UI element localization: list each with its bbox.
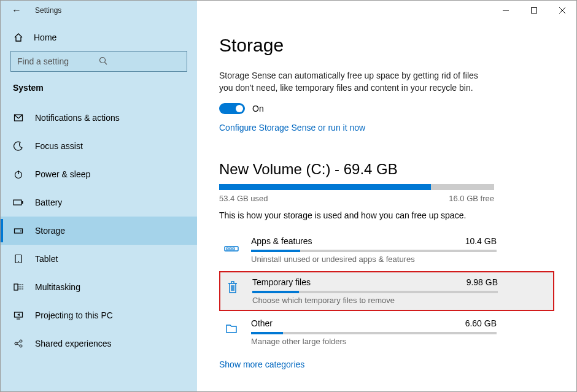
maximize-button[interactable] — [520, 1, 548, 20]
minimize-button[interactable] — [492, 1, 520, 20]
sidebar-item-projecting[interactable]: Projecting to this PC — [1, 301, 197, 329]
trash-icon — [224, 279, 241, 296]
svg-line-24 — [17, 342, 20, 343]
svg-point-4 — [100, 57, 106, 63]
category-apps-features[interactable]: Apps & features 10.4 GB Uninstall unused… — [219, 231, 554, 269]
page-title: Storage — [219, 35, 554, 56]
sidebar-item-storage[interactable]: Storage — [1, 217, 197, 245]
volume-free-label: 16.0 GB free — [449, 194, 494, 203]
sidebar-item-tablet[interactable]: Tablet — [1, 245, 197, 273]
category-bar-fill — [251, 332, 283, 334]
storage-sense-desc: Storage Sense can automatically free up … — [219, 69, 489, 94]
svg-rect-1 — [532, 8, 537, 13]
svg-rect-15 — [14, 284, 18, 290]
sidebar-item-notifications[interactable]: Notifications & actions — [1, 104, 197, 132]
svg-point-22 — [20, 340, 22, 342]
sidebar-item-power-sleep[interactable]: Power & sleep — [1, 160, 197, 188]
sidebar-home-label: Home — [34, 33, 56, 42]
svg-rect-29 — [233, 248, 234, 250]
sidebar-item-battery[interactable]: Battery — [1, 188, 197, 217]
sidebar-item-focus-assist[interactable]: Focus assist — [1, 132, 197, 160]
volume-used-label: 53.4 GB used — [219, 194, 268, 203]
category-other[interactable]: Other 6.60 GB Manage other large folders — [219, 313, 554, 351]
projecting-icon — [13, 310, 24, 320]
show-more-categories-link[interactable]: Show more categories — [219, 359, 554, 369]
volume-usage-bar — [219, 184, 494, 190]
sidebar-item-label: Shared experiences — [35, 339, 112, 348]
svg-point-12 — [20, 231, 21, 232]
sidebar-item-label: Storage — [35, 226, 65, 236]
tablet-icon — [13, 254, 24, 264]
category-size: 6.60 GB — [465, 318, 497, 328]
storage-sense-toggle[interactable] — [219, 103, 245, 114]
multitasking-icon — [13, 282, 24, 292]
sidebar-item-shared-experiences[interactable]: Shared experiences — [1, 329, 197, 358]
svg-point-21 — [15, 342, 17, 345]
moon-icon — [13, 141, 24, 151]
usage-desc: This is how your storage is used and how… — [219, 210, 554, 220]
folder-icon — [223, 320, 240, 337]
back-icon[interactable]: ← — [12, 6, 21, 15]
category-temporary-files[interactable]: Temporary files 9.98 GB Choose which tem… — [219, 271, 554, 311]
shared-icon — [13, 339, 24, 348]
category-name: Apps & features — [251, 236, 312, 246]
notifications-icon — [13, 113, 24, 123]
sidebar-item-label: Battery — [35, 198, 62, 207]
sidebar-item-multitasking[interactable]: Multitasking — [1, 273, 197, 301]
apps-icon — [223, 237, 240, 255]
titlebar: ← Settings — [1, 1, 576, 20]
sidebar-item-label: Focus assist — [35, 141, 83, 151]
sidebar-home[interactable]: Home — [1, 28, 197, 47]
category-hint: Uninstall unused or undesired apps & fea… — [251, 255, 497, 264]
sidebar-item-label: Notifications & actions — [35, 113, 120, 123]
category-size: 9.98 GB — [467, 277, 498, 287]
svg-line-5 — [105, 62, 107, 64]
svg-point-14 — [18, 261, 19, 263]
svg-rect-27 — [227, 248, 228, 250]
category-bar-fill — [251, 250, 300, 252]
app-name: Settings — [35, 6, 61, 15]
category-hint: Choose which temporary files to remove — [252, 296, 498, 305]
sidebar-section-label: System — [1, 80, 197, 104]
sidebar-item-label: Projecting to this PC — [35, 310, 113, 320]
category-bar-fill — [252, 291, 299, 293]
battery-icon — [13, 198, 24, 207]
category-hint: Manage other large folders — [251, 337, 497, 346]
storage-sense-toggle-row: On — [219, 103, 554, 114]
volume-usage-fill — [219, 184, 431, 190]
sidebar-item-label: Tablet — [35, 254, 58, 264]
volume-heading: New Volume (C:) - 69.4 GB — [219, 161, 554, 178]
svg-rect-9 — [14, 200, 21, 205]
storage-icon — [13, 226, 24, 236]
sidebar: Home Find a setting System Notifications… — [1, 20, 197, 391]
search-input[interactable]: Find a setting — [10, 51, 187, 72]
close-button[interactable] — [548, 1, 576, 20]
category-name: Temporary files — [252, 277, 311, 287]
power-icon — [13, 169, 24, 179]
svg-rect-10 — [22, 201, 23, 204]
titlebar-left: ← Settings — [1, 1, 197, 20]
category-size: 10.4 GB — [465, 236, 497, 246]
svg-rect-28 — [230, 248, 231, 250]
content: Storage Storage Sense can automatically … — [197, 20, 576, 391]
sidebar-item-label: Power & sleep — [35, 169, 90, 179]
search-icon — [99, 56, 180, 67]
sidebar-item-label: Multitasking — [35, 282, 80, 292]
configure-storage-sense-link[interactable]: Configure Storage Sense or run it now — [219, 123, 554, 133]
svg-line-25 — [17, 344, 20, 345]
category-name: Other — [251, 318, 273, 328]
window-controls — [197, 1, 576, 20]
search-placeholder: Find a setting — [17, 56, 99, 66]
toggle-state-label: On — [252, 104, 264, 113]
home-icon — [13, 33, 24, 42]
svg-point-23 — [20, 345, 22, 347]
